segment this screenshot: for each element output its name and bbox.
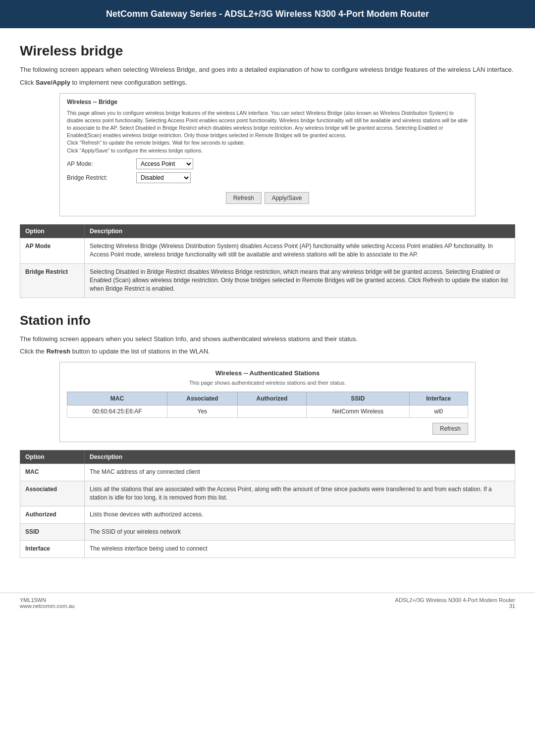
table-row: AP ModeSelecting Wireless Bridge (Wirele… — [20, 238, 515, 263]
wireless-bridge-intro: The following screen appears when select… — [20, 65, 515, 75]
station-desc-col-option: Option — [20, 451, 85, 464]
footer-page-number: 31 — [395, 603, 515, 609]
option-cell: Interface — [20, 541, 85, 557]
station-cell-associated: Yes — [167, 405, 237, 418]
ap-mode-select[interactable]: Access Point Wireless Bridge — [136, 158, 193, 169]
wireless-bridge-config-box: Wireless -- Bridge This page allows you … — [59, 93, 476, 216]
station-col-header: SSID — [307, 392, 409, 405]
wireless-bridge-desc-table: Option Description AP ModeSelecting Wire… — [20, 224, 515, 298]
option-cell: Authorized — [20, 506, 85, 523]
description-cell: The wireless interface being used to con… — [85, 541, 515, 557]
table-row: AssociatedLists all the stations that ar… — [20, 481, 515, 506]
footer-left: YML15WN www.netcomm.com.au — [20, 597, 75, 609]
station-desc-col-description: Description — [85, 451, 515, 464]
page-footer: YML15WN www.netcomm.com.au ADSL2+/3G Wir… — [0, 593, 535, 614]
desc-table-col-description: Description — [85, 224, 515, 238]
description-cell: Selecting Disabled in Bridge Restrict di… — [85, 263, 515, 298]
station-col-header: MAC — [67, 392, 167, 405]
header-title: NetComm Gateway Series - ADSL2+/3G Wirel… — [106, 9, 429, 19]
bridge-restrict-row: Bridge Restrict: Disabled Enabled Enable… — [67, 172, 468, 183]
station-cell-ssid: NetComm Wireless — [307, 405, 409, 418]
bridge-restrict-select[interactable]: Disabled Enabled Enabled(Scan) — [136, 172, 191, 183]
footer-right: ADSL2+/3G Wireless N300 4-Port Modem Rou… — [395, 597, 515, 609]
station-info-intro: The following screen appears when you se… — [20, 334, 515, 344]
description-cell: Lists those devices with authorized acce… — [85, 506, 515, 523]
station-refresh-row: Refresh — [67, 423, 468, 435]
refresh-button[interactable]: Refresh — [226, 192, 262, 204]
station-table-row: 00:60:64:25:E6:AFYesNetComm Wirelesswl0 — [67, 405, 468, 418]
table-row: SSIDThe SSID of your wireless network — [20, 523, 515, 540]
table-row: AuthorizedLists those devices with autho… — [20, 506, 515, 523]
table-row: InterfaceThe wireless interface being us… — [20, 541, 515, 557]
wireless-bridge-click-instruction: Click Save/Apply to implement new config… — [20, 79, 515, 86]
station-col-header: Interface — [409, 392, 468, 405]
config-button-row: Refresh Apply/Save — [67, 192, 468, 204]
station-col-header: Associated — [167, 392, 237, 405]
station-cell-mac: 00:60:64:25:E6:AF — [67, 405, 167, 418]
station-info-click-instruction: Click the Refresh button to update the l… — [20, 348, 515, 355]
footer-website: www.netcomm.com.au — [20, 603, 75, 609]
station-box-title: Wireless -- Authenticated Stations — [67, 369, 468, 377]
option-cell: Bridge Restrict — [20, 263, 85, 298]
description-cell: Selecting Wireless Bridge (Wireless Dist… — [85, 238, 515, 263]
option-cell: SSID — [20, 523, 85, 540]
description-cell: The SSID of your wireless network — [85, 523, 515, 540]
page-header: NetComm Gateway Series - ADSL2+/3G Wirel… — [0, 0, 535, 28]
station-info-desc-table: Option Description MACThe MAC address of… — [20, 450, 515, 557]
station-refresh-button[interactable]: Refresh — [432, 423, 468, 435]
option-cell: MAC — [20, 464, 85, 481]
bridge-restrict-label: Bridge Restrict: — [67, 174, 136, 181]
footer-product: ADSL2+/3G Wireless N300 4-Port Modem Rou… — [395, 597, 515, 603]
wireless-bridge-title: Wireless bridge — [20, 43, 515, 59]
table-row: MACThe MAC address of any connected clie… — [20, 464, 515, 481]
station-col-header: Authorized — [237, 392, 307, 405]
desc-table-col-option: Option — [20, 224, 85, 238]
ap-mode-row: AP Mode: Access Point Wireless Bridge — [67, 158, 468, 169]
station-info-title: Station info — [20, 313, 515, 328]
ap-mode-label: AP Mode: — [67, 160, 136, 167]
config-box-description: This page allows you to configure wirele… — [67, 109, 468, 154]
station-table: MACAssociatedAuthorizedSSIDInterface 00:… — [67, 392, 468, 418]
option-cell: Associated — [20, 481, 85, 506]
option-cell: AP Mode — [20, 238, 85, 263]
footer-model: YML15WN — [20, 597, 75, 603]
apply-save-button[interactable]: Apply/Save — [265, 192, 310, 204]
description-cell: Lists all the stations that are associat… — [85, 481, 515, 506]
station-box-description: This page shows authenticated wireless s… — [67, 380, 468, 386]
station-cell-interface: wl0 — [409, 405, 468, 418]
table-row: Bridge RestrictSelecting Disabled in Bri… — [20, 263, 515, 298]
station-cell-authorized — [237, 405, 307, 418]
description-cell: The MAC address of any connected client — [85, 464, 515, 481]
config-box-title: Wireless -- Bridge — [67, 99, 468, 105]
station-info-box: Wireless -- Authenticated Stations This … — [59, 362, 476, 442]
